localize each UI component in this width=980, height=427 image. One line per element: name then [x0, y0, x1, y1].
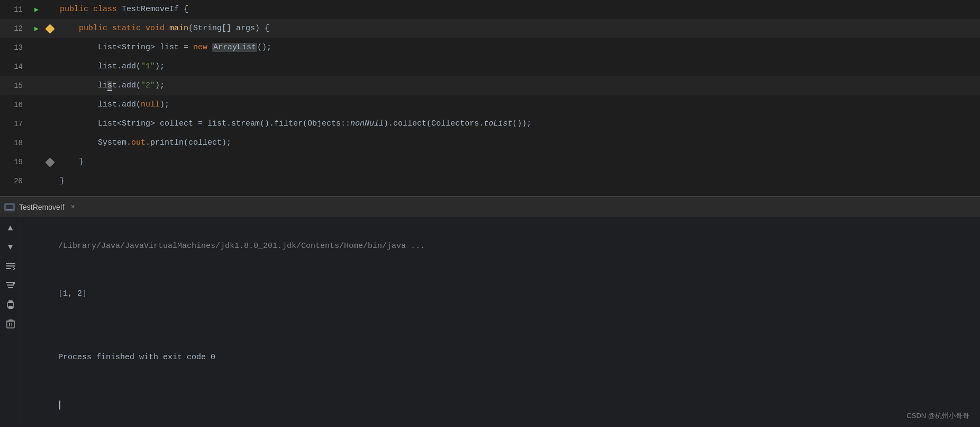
code-line-18[interactable]: 18 System.out.println(collect); [0, 134, 980, 153]
terminal-sidebar: ▲ ▼ [0, 217, 21, 427]
line-number-20: 20 [0, 177, 29, 185]
code-content-17: List<String> collect = list.stream().fil… [56, 114, 531, 134]
print-button[interactable] [4, 298, 17, 312]
svg-rect-16 [9, 323, 10, 326]
code-editor: 11 ▶ public class TestRemoveIf { 12 ▶ pu… [0, 0, 980, 196]
code-content-16: list.add(null); [56, 95, 169, 114]
code-line-14[interactable]: 14 list.add("1"); [0, 57, 980, 76]
code-content-14: list.add("1"); [56, 57, 165, 76]
line-number-14: 14 [0, 63, 29, 71]
terminal-header: TestRemoveIf × [0, 196, 980, 217]
code-line-16[interactable]: 16 list.add(null); [0, 95, 980, 114]
svg-rect-17 [11, 323, 12, 326]
code-content-20: } [56, 172, 65, 191]
svg-rect-1 [6, 205, 13, 209]
svg-rect-15 [7, 321, 14, 328]
code-content-13: List<String> list = new ArrayList(); [56, 38, 271, 57]
svg-rect-11 [8, 300, 13, 303]
breakpoint-diamond-12 [45, 24, 55, 33]
breakpoint-diamond-19 [45, 157, 55, 167]
terminal-output[interactable]: /Library/Java/JavaVirtualMachines/jdk1.8… [21, 217, 980, 427]
terminal-close-button[interactable]: × [69, 202, 77, 212]
code-line-12[interactable]: 12 ▶ public static void main(String[] ar… [0, 19, 980, 38]
terminal-process-line: Process finished with exit code 0 [30, 334, 972, 381]
code-line-11[interactable]: 11 ▶ public class TestRemoveIf { [0, 0, 980, 19]
svg-rect-7 [7, 284, 14, 286]
code-line-19[interactable]: 19 } [0, 153, 980, 172]
line-number-13: 13 [0, 43, 29, 52]
code-lines: 11 ▶ public class TestRemoveIf { 12 ▶ pu… [0, 0, 980, 191]
code-line-17[interactable]: 17 List<String> collect = list.stream().… [0, 114, 980, 134]
code-content-12: public static void main(String[] args) { [56, 19, 269, 38]
line-number-17: 17 [0, 120, 29, 128]
run-button-11[interactable]: ▶ [29, 5, 44, 14]
svg-point-9 [13, 282, 15, 284]
svg-rect-2 [6, 209, 13, 210]
code-line-15[interactable]: 15 list.add("2"); [0, 76, 980, 95]
code-content-15: list.add("2"); [56, 76, 165, 95]
line-number-18: 18 [0, 139, 29, 147]
code-line-20[interactable]: 20 } [0, 172, 980, 191]
terminal-output-line: [1, 2] [30, 270, 972, 318]
line-number-16: 16 [0, 101, 29, 109]
breakpoint-19 [44, 159, 56, 166]
terminal-cursor [59, 401, 60, 410]
code-line-13[interactable]: 13 List<String> list = new ArrayList(); [0, 38, 980, 57]
line-number-15: 15 [0, 82, 29, 90]
svg-rect-5 [6, 268, 11, 269]
svg-rect-14 [8, 306, 13, 309]
svg-rect-8 [8, 287, 13, 288]
terminal-cursor-line[interactable] [30, 381, 972, 427]
line-number-19: 19 [0, 158, 29, 166]
filter-button[interactable] [4, 279, 17, 292]
terminal-path-line: /Library/Java/JavaVirtualMachines/jdk1.8… [30, 223, 972, 270]
code-content-18: System.out.println(collect); [56, 134, 231, 153]
code-content-11: public class TestRemoveIf { [56, 0, 188, 19]
soft-wrap-button[interactable] [4, 260, 17, 273]
svg-rect-4 [6, 265, 15, 266]
scroll-down-button[interactable]: ▼ [4, 241, 17, 254]
terminal-empty-line [30, 318, 972, 334]
terminal-tab-icon [4, 203, 15, 211]
breakpoint-12 [44, 25, 56, 32]
svg-rect-3 [6, 263, 15, 264]
terminal-body: ▲ ▼ [0, 217, 980, 427]
scroll-up-button[interactable]: ▲ [4, 221, 17, 235]
clear-button[interactable] [4, 317, 17, 331]
run-button-12[interactable]: ▶ [29, 24, 44, 33]
line-number-11: 11 [0, 5, 29, 14]
line-number-12: 12 [0, 24, 29, 33]
terminal-tab-label[interactable]: TestRemoveIf [19, 203, 65, 211]
code-content-19: } [56, 153, 84, 172]
